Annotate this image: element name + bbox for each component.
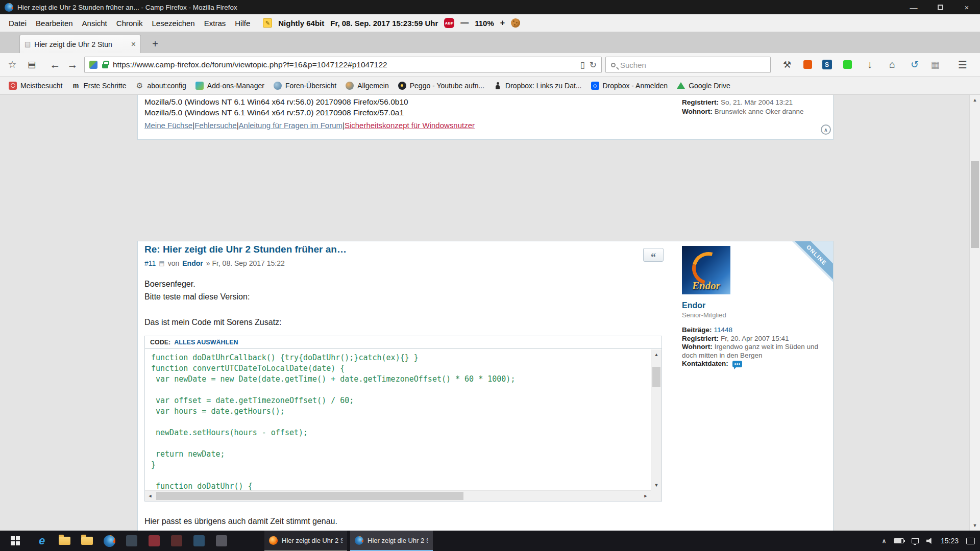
sidebar-panel-icon[interactable]: ▦ xyxy=(926,53,944,76)
horizontal-scroll-thumb[interactable] xyxy=(156,492,463,500)
zoom-in-button[interactable]: + xyxy=(500,18,505,28)
note-addon-icon[interactable]: ✎ xyxy=(263,18,272,28)
extension-green-icon[interactable] xyxy=(838,53,856,76)
page-scroll-thumb[interactable] xyxy=(971,161,979,248)
bookmark-erste-schritte[interactable]: mErste Schritte xyxy=(67,77,131,94)
scroll-up-icon[interactable]: ▲ xyxy=(970,95,980,105)
scroll-up-icon[interactable]: ▲ xyxy=(651,349,662,360)
bookmark-addons-manager[interactable]: Add-ons-Manager xyxy=(191,77,269,94)
tray-chevron-icon[interactable]: ∧ xyxy=(882,538,886,544)
post-title[interactable]: Re: Hier zeigt die Uhr 2 Stunden früher … xyxy=(144,244,347,255)
library-icon[interactable]: ▤ xyxy=(23,53,40,76)
post-number-link[interactable]: #11 xyxy=(144,259,156,267)
bookmark-meistbesucht[interactable]: Meistbesucht xyxy=(4,77,67,94)
taskbar-window-2[interactable]: Hier zeigt die Uhr 2 St... xyxy=(350,531,433,551)
scroll-left-icon[interactable]: ◄ xyxy=(145,491,155,501)
code-vertical-scrollbar[interactable]: ▲ ▼ xyxy=(651,349,662,490)
bookmark-dropbox-anmelden[interactable]: ◇Dropbox - Anmelden xyxy=(586,77,673,94)
code-horizontal-scrollbar[interactable]: ◄ ► xyxy=(145,490,662,501)
start-button[interactable] xyxy=(0,531,31,551)
menu-hilfe[interactable]: Hilfe xyxy=(230,19,255,28)
profile-username-link[interactable]: Endor xyxy=(682,301,831,310)
tab-active[interactable]: ▤ Hier zeigt die Uhr 2 Stun × xyxy=(19,35,141,53)
quote-button[interactable]: “ xyxy=(643,248,664,262)
taskbar-window-1[interactable]: Hier zeigt die Uhr 2 St... xyxy=(264,531,347,551)
taskbar-folder-1[interactable] xyxy=(53,531,76,551)
bookmark-dropbox-links[interactable]: Dropbox: Links zu Dat... xyxy=(489,77,586,94)
taskbar-app-2[interactable] xyxy=(143,531,165,551)
taskbar-folder-2[interactable] xyxy=(76,531,98,551)
scroll-down-icon[interactable]: ▼ xyxy=(970,520,980,531)
scroll-down-icon[interactable]: ▼ xyxy=(651,480,662,490)
close-button[interactable]: × xyxy=(953,0,980,14)
taskbar-app-3[interactable] xyxy=(165,531,188,551)
profile-fields: Beiträge:11448 Registriert:Fr, 20. Apr 2… xyxy=(682,326,831,368)
menu-chronik[interactable]: Chronik xyxy=(112,19,148,28)
bookmark-allgemein[interactable]: Allgemein xyxy=(341,77,393,94)
hamburger-menu-icon[interactable]: ☰ xyxy=(953,53,972,76)
posts-count-link[interactable]: 11448 xyxy=(714,326,733,334)
bookmark-foren-uebersicht[interactable]: Foren-Übersicht xyxy=(269,77,341,94)
tab-close-icon[interactable]: × xyxy=(131,40,136,49)
menubar-addons: ✎ Nightly 64bit Fr, 08. Sep. 2017 15:23:… xyxy=(263,18,520,28)
cookie-addon-icon[interactable] xyxy=(511,18,520,28)
clock[interactable]: 15:23 xyxy=(941,537,959,545)
taskbar-app-1[interactable] xyxy=(120,531,143,551)
url-bar[interactable]: https://www.camp-firefox.de/forum/viewto… xyxy=(84,57,602,73)
avatar[interactable]: Endor xyxy=(682,246,730,294)
https-lock-icon[interactable] xyxy=(102,64,108,68)
link-meine-fuechse[interactable]: Meine Füchse xyxy=(144,121,192,130)
home-icon[interactable]: ⌂ xyxy=(883,53,901,76)
menu-lesezeichen[interactable]: Lesezeichen xyxy=(147,19,199,28)
new-tab-button[interactable]: + xyxy=(148,37,163,51)
battery-icon[interactable] xyxy=(894,538,904,543)
code-content[interactable]: function doDatUhrCallback() {try{doDatUh… xyxy=(145,349,651,490)
forward-button[interactable]: → xyxy=(64,53,81,76)
post-permalink-icon[interactable]: ▤ xyxy=(159,260,164,267)
page-scrollbar[interactable]: ▲ ▼ xyxy=(969,95,980,531)
menu-bearbeiten[interactable]: Bearbeiten xyxy=(31,19,78,28)
reader-mode-icon[interactable]: ▯ xyxy=(580,60,584,70)
posts-row: Beiträge:11448 xyxy=(682,326,831,335)
downloads-icon[interactable]: ↓ xyxy=(861,53,879,76)
network-icon[interactable] xyxy=(912,538,919,543)
maximize-button[interactable] xyxy=(927,0,953,14)
bookmark-star-icon[interactable]: ☆ xyxy=(4,53,20,76)
minimize-button[interactable]: — xyxy=(900,0,927,14)
link-fehlersuche[interactable]: Fehlersuche xyxy=(194,121,237,130)
bookmark-label: Google Drive xyxy=(689,82,730,90)
search-input[interactable]: Suchen xyxy=(605,57,771,73)
adblock-icon[interactable]: ABP xyxy=(444,18,454,28)
menu-datei[interactable]: Datei xyxy=(4,19,31,28)
wrench-icon[interactable]: ⚒ xyxy=(778,53,796,76)
action-center-icon[interactable] xyxy=(966,538,975,544)
taskbar-firefox[interactable] xyxy=(98,531,120,551)
speaker-icon[interactable] xyxy=(926,538,933,544)
vertical-scroll-thumb[interactable] xyxy=(652,367,660,387)
page-action-extension-icon[interactable] xyxy=(89,61,97,69)
scroll-right-icon[interactable]: ► xyxy=(641,491,651,501)
zoom-level[interactable]: 110% xyxy=(475,19,494,28)
menu-extras[interactable]: Extras xyxy=(200,19,231,28)
taskbar-edge[interactable]: e xyxy=(31,531,53,551)
green-square-icon xyxy=(843,60,852,69)
author-link[interactable]: Endor xyxy=(182,259,203,267)
extension-orange-icon[interactable] xyxy=(798,53,817,76)
reload-icon[interactable]: ↻ xyxy=(590,60,597,70)
pm-bubble-icon[interactable] xyxy=(732,361,742,367)
link-anleitung[interactable]: Anleitung für Fragen im Forum xyxy=(239,121,342,130)
taskbar-app-5[interactable] xyxy=(210,531,233,551)
taskbar-app-4[interactable] xyxy=(188,531,210,551)
menu-ansicht[interactable]: Ansicht xyxy=(78,19,112,28)
back-to-top-button[interactable]: ∧ xyxy=(821,124,831,135)
link-sicherheitskonzept[interactable]: Sicherheitskonzept für Windowsnutzer xyxy=(345,121,475,130)
back-button[interactable]: ← xyxy=(47,53,63,76)
url-text[interactable]: https://www.camp-firefox.de/forum/viewto… xyxy=(113,60,575,69)
session-manager-icon[interactable]: S xyxy=(818,53,836,76)
bookmark-google-drive[interactable]: Google Drive xyxy=(672,77,735,94)
select-all-link[interactable]: ALLES AUSWÄHLEN xyxy=(174,339,238,346)
bookmark-about-config[interactable]: ⚙about:config xyxy=(131,77,191,94)
zoom-out-button[interactable]: — xyxy=(460,18,469,28)
bookmark-peggo[interactable]: Peggo - Youtube aufn... xyxy=(394,77,489,94)
sync-icon[interactable]: ↺ xyxy=(905,53,924,76)
